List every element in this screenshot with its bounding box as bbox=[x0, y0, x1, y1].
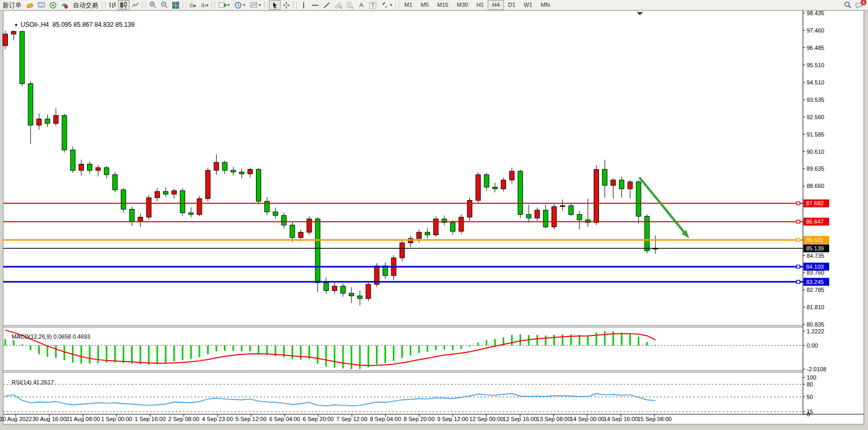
macd-histogram-bar bbox=[232, 345, 234, 351]
candle-down bbox=[527, 215, 531, 218]
trendline-icon[interactable] bbox=[321, 0, 333, 10]
bar-chart-icon[interactable] bbox=[106, 0, 118, 10]
macd-histogram-bar bbox=[258, 345, 260, 353]
timeframe-button-W1[interactable]: W1 bbox=[520, 0, 537, 10]
autotrade-icon[interactable] bbox=[59, 0, 70, 10]
time-axis-label: 13 Sep 08:00 bbox=[537, 416, 571, 422]
zoom-out-icon[interactable] bbox=[158, 0, 170, 10]
candle-down bbox=[577, 215, 582, 220]
toolbar-grip bbox=[183, 2, 186, 8]
candle-up bbox=[172, 191, 177, 194]
candle-down bbox=[113, 175, 117, 190]
price-tick-label: 95.510 bbox=[807, 62, 824, 68]
timeframe-button-M30[interactable]: M30 bbox=[453, 0, 472, 10]
periods-icon[interactable]: ▾ bbox=[232, 0, 248, 10]
notification-badge: 1 bbox=[861, 0, 866, 5]
candle-up bbox=[96, 167, 101, 170]
timeframe-button-M1[interactable]: M1 bbox=[400, 0, 416, 10]
macd-histogram-bar bbox=[435, 345, 437, 350]
signal-icon[interactable] bbox=[47, 0, 59, 10]
crosshair-icon[interactable] bbox=[281, 0, 292, 10]
price-label-text: 85.139 bbox=[806, 245, 824, 251]
search-icon[interactable] bbox=[842, 0, 853, 10]
rsi-tick-label: 100 bbox=[807, 374, 816, 381]
time-axis-label: 12 Sep 00:00 bbox=[469, 416, 503, 422]
candle-down bbox=[273, 212, 278, 216]
toolbar-grip bbox=[293, 2, 297, 8]
macd-values: 0.0658 0.4693 bbox=[53, 333, 90, 340]
candlestick-chart-icon[interactable] bbox=[118, 0, 130, 10]
shift-indent-icon[interactable] bbox=[199, 0, 210, 10]
candle-down bbox=[62, 116, 67, 150]
macd-histogram-bar bbox=[494, 339, 496, 345]
macd-tick-label: 1.2222 bbox=[807, 328, 824, 334]
collapse-arrow-icon[interactable]: ▼ bbox=[14, 23, 18, 28]
line-handle[interactable] bbox=[797, 238, 800, 242]
cursor-icon[interactable] bbox=[269, 0, 281, 10]
vertical-line-icon[interactable] bbox=[298, 0, 309, 10]
line-handle[interactable] bbox=[797, 220, 800, 223]
shift-end-icon[interactable] bbox=[187, 0, 199, 10]
timeframe-button-M15[interactable]: M15 bbox=[433, 0, 453, 10]
line-handle[interactable] bbox=[797, 280, 800, 284]
time-axis-label: 14 Sep 16:00 bbox=[604, 416, 638, 422]
terminal-icon[interactable] bbox=[36, 0, 47, 10]
svg-text:F: F bbox=[351, 6, 353, 9]
candle-up bbox=[197, 198, 202, 214]
price-tick-label: 81.810 bbox=[807, 304, 824, 310]
template-icon[interactable]: ▾ bbox=[248, 0, 263, 10]
auto-trading-button[interactable]: 自动交易 bbox=[70, 1, 101, 9]
timeframe-button-H1[interactable]: H1 bbox=[472, 0, 488, 10]
text-icon[interactable]: A bbox=[356, 0, 367, 10]
candle-down bbox=[180, 191, 185, 213]
time-axis-label: 4 Sep 23:00 bbox=[202, 416, 233, 422]
candle-down bbox=[222, 162, 227, 170]
macd-histogram-bar bbox=[114, 345, 116, 362]
candle-up bbox=[79, 164, 83, 171]
add-indicator-icon[interactable]: ▾ bbox=[216, 0, 232, 10]
line-handle[interactable] bbox=[797, 265, 800, 268]
line-chart-icon[interactable] bbox=[130, 0, 141, 10]
time-axis-label: 30 Aug 16:00 bbox=[33, 416, 67, 422]
shapes-icon[interactable]: ▾ bbox=[379, 0, 394, 10]
candle-down bbox=[163, 192, 168, 194]
price-chart[interactable]: 98.43597.46096.48595.51094.51093.53592.5… bbox=[0, 0, 868, 430]
main-toolbar: 新订单 自动交易 ▾ ▾ ▾ E F A T ▾ M1M5M15M30H1H4D bbox=[0, 0, 868, 11]
horizontal-line-icon[interactable] bbox=[309, 0, 321, 10]
candle-down bbox=[70, 150, 75, 171]
fibonacci-icon[interactable]: F bbox=[344, 0, 356, 10]
line-handle[interactable] bbox=[797, 202, 800, 205]
macd-histogram-bar bbox=[98, 345, 99, 363]
chat-icon[interactable]: 1 bbox=[853, 0, 865, 10]
candle-down bbox=[20, 32, 25, 83]
mt4-terminal: 新订单 自动交易 ▾ ▾ ▾ E F A T ▾ M1M5M15M30H1H4D bbox=[0, 0, 868, 430]
dropdown-arrow-icon: ▾ bbox=[243, 3, 245, 7]
channel-icon[interactable]: E bbox=[333, 0, 344, 10]
timeframe-button-M5[interactable]: M5 bbox=[416, 0, 433, 10]
time-axis-label: 5 Sep 12:00 bbox=[235, 416, 266, 422]
macd-histogram-bar bbox=[207, 345, 209, 354]
candle-down bbox=[451, 223, 455, 232]
price-tick-label: 88.660 bbox=[807, 183, 824, 189]
macd-histogram-bar bbox=[174, 345, 175, 361]
candle-up bbox=[501, 180, 506, 189]
charts-icon[interactable] bbox=[24, 0, 36, 10]
macd-histogram-bar bbox=[80, 345, 82, 364]
timeframe-button-H4[interactable]: H4 bbox=[488, 0, 503, 10]
candle-up bbox=[416, 232, 421, 238]
macd-histogram-bar bbox=[148, 345, 149, 365]
tile-windows-icon[interactable] bbox=[170, 0, 181, 10]
candle-up bbox=[248, 170, 252, 174]
label-icon[interactable]: T bbox=[367, 0, 379, 10]
macd-histogram-bar bbox=[156, 345, 158, 364]
candle-up bbox=[400, 243, 404, 258]
macd-histogram-bar bbox=[47, 345, 48, 356]
candle-down bbox=[315, 219, 320, 282]
chart-ohlc-values: 85.095 85.867 84.832 85.139 bbox=[52, 21, 135, 28]
timeframe-button-MN[interactable]: MN bbox=[537, 0, 554, 10]
zoom-in-icon[interactable] bbox=[147, 0, 158, 10]
timeframe-button-D1[interactable]: D1 bbox=[504, 0, 520, 10]
new-order-button[interactable]: 新订单 bbox=[0, 1, 24, 9]
macd-histogram-bar bbox=[655, 345, 656, 345]
time-axis-label: 14 Sep 00:00 bbox=[570, 416, 604, 422]
